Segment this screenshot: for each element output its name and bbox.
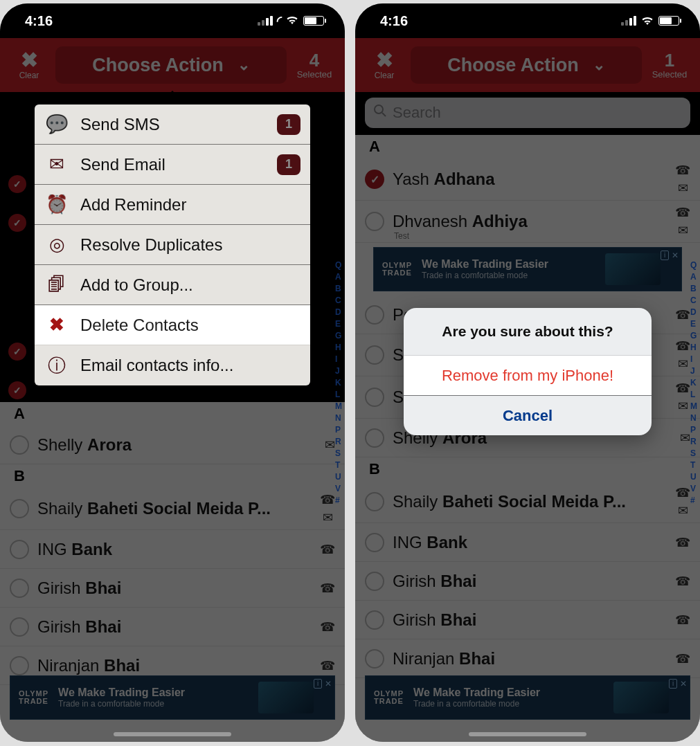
index-letter[interactable]: I bbox=[335, 354, 342, 365]
contact-row[interactable]: Dhvanesh AdhiyaTest bbox=[355, 201, 700, 243]
index-letter[interactable]: N bbox=[335, 412, 342, 424]
select-radio[interactable] bbox=[365, 388, 384, 407]
index-letter[interactable]: U bbox=[690, 471, 697, 483]
index-letter[interactable]: M bbox=[690, 401, 697, 412]
select-radio[interactable] bbox=[10, 499, 29, 518]
index-letter[interactable]: K bbox=[335, 377, 342, 389]
select-radio[interactable] bbox=[365, 212, 384, 231]
menu-item-email-contacts-info[interactable]: ⓘEmail contacts info... bbox=[35, 345, 310, 385]
contact-badges bbox=[320, 619, 335, 635]
index-letter[interactable]: I bbox=[690, 354, 697, 365]
index-letter[interactable]: T bbox=[335, 460, 342, 471]
select-radio[interactable] bbox=[365, 572, 384, 591]
select-radio[interactable] bbox=[365, 428, 384, 448]
index-letter[interactable]: Q bbox=[335, 260, 342, 271]
ad-banner[interactable]: OLYMPTRADEWe Make Trading EasierTrade in… bbox=[373, 247, 682, 291]
contact-row[interactable]: Girish Bhai bbox=[355, 601, 700, 639]
ad-info-icon[interactable]: i bbox=[314, 679, 322, 689]
alphabet-index[interactable]: QABCDEGHIJKLMNPRSTUV# bbox=[690, 260, 697, 507]
ad-close-icon[interactable]: ✕ bbox=[672, 251, 679, 260]
index-letter[interactable]: N bbox=[690, 412, 697, 424]
select-radio[interactable] bbox=[10, 540, 29, 559]
contact-row[interactable]: Girish Bhai bbox=[0, 569, 345, 608]
index-letter[interactable]: # bbox=[335, 495, 342, 507]
contact-row[interactable]: ING Bank bbox=[355, 523, 700, 562]
select-radio[interactable] bbox=[365, 610, 384, 630]
index-letter[interactable]: J bbox=[690, 365, 697, 377]
select-radio[interactable] bbox=[365, 649, 384, 668]
index-letter[interactable]: U bbox=[335, 471, 342, 483]
index-letter[interactable]: H bbox=[335, 342, 342, 354]
contact-row[interactable]: Girish Bhai bbox=[0, 608, 345, 646]
select-radio[interactable] bbox=[365, 345, 384, 365]
index-letter[interactable]: E bbox=[335, 318, 342, 330]
ad-banner[interactable]: OLYMP TRADE We Make Trading Easier Trade… bbox=[10, 675, 335, 720]
index-letter[interactable]: P bbox=[690, 424, 697, 436]
index-letter[interactable]: J bbox=[335, 365, 342, 377]
index-letter[interactable]: V bbox=[335, 483, 342, 495]
mail-icon bbox=[323, 510, 333, 525]
index-letter[interactable]: L bbox=[690, 389, 697, 401]
ad-banner[interactable]: OLYMP TRADE We Make Trading Easier Trade… bbox=[365, 675, 690, 720]
menu-item-send-email[interactable]: ✉Send Email1 bbox=[35, 145, 310, 185]
index-letter[interactable]: V bbox=[690, 483, 697, 495]
contact-row[interactable]: Shaily Baheti Social Meida P... bbox=[355, 481, 700, 523]
index-letter[interactable]: L bbox=[335, 389, 342, 401]
index-letter[interactable]: D bbox=[690, 307, 697, 318]
index-letter[interactable]: K bbox=[690, 377, 697, 389]
alphabet-index[interactable]: QABCDEGHIJKLMNPRSTUV# bbox=[335, 260, 342, 507]
choose-action-dropdown[interactable]: Choose Action ⌄ bbox=[55, 46, 287, 84]
index-letter[interactable]: D bbox=[335, 307, 342, 318]
index-letter[interactable]: T bbox=[690, 460, 697, 471]
ad-close-icon[interactable]: ✕ bbox=[325, 679, 332, 689]
select-radio[interactable] bbox=[10, 579, 29, 598]
ad-close-icon[interactable]: ✕ bbox=[680, 679, 687, 689]
menu-item-send-sms[interactable]: 💬Send SMS1 bbox=[35, 104, 310, 145]
index-letter[interactable]: S bbox=[690, 448, 697, 460]
select-radio[interactable] bbox=[365, 533, 384, 552]
search-input[interactable]: Search bbox=[365, 98, 690, 128]
contact-row[interactable]: Yash Adhana bbox=[355, 158, 700, 201]
index-letter[interactable]: S bbox=[335, 448, 342, 460]
contact-row[interactable]: Shelly Arora bbox=[0, 426, 345, 464]
contact-row[interactable]: ING Bank bbox=[0, 530, 345, 569]
index-letter[interactable]: H bbox=[690, 342, 697, 354]
index-letter[interactable]: Q bbox=[690, 260, 697, 271]
index-letter[interactable]: A bbox=[690, 271, 697, 283]
index-letter[interactable]: G bbox=[690, 330, 697, 342]
cancel-button[interactable]: Cancel bbox=[404, 395, 652, 435]
index-letter[interactable]: # bbox=[690, 495, 697, 507]
menu-item-count: 1 bbox=[277, 114, 300, 135]
index-letter[interactable]: M bbox=[335, 401, 342, 412]
remove-from-iphone-button[interactable]: Remove from my iPhone! bbox=[404, 355, 652, 395]
index-letter[interactable]: P bbox=[335, 424, 342, 436]
menu-item-delete-contacts[interactable]: ✖Delete Contacts bbox=[35, 305, 310, 345]
index-letter[interactable]: R bbox=[690, 436, 697, 448]
select-radio[interactable] bbox=[10, 617, 29, 637]
menu-item-add-reminder[interactable]: ⏰Add Reminder bbox=[35, 185, 310, 225]
index-letter[interactable]: B bbox=[690, 283, 697, 295]
clear-button[interactable]: ✖ Clear bbox=[364, 50, 405, 80]
choose-action-dropdown[interactable]: Choose Action ⌄ bbox=[411, 46, 642, 84]
index-letter[interactable]: R bbox=[335, 436, 342, 448]
contact-list[interactable]: AYash AdhanaDhvanesh AdhiyaTestOLYMPTRAD… bbox=[355, 135, 700, 742]
select-radio[interactable] bbox=[365, 305, 384, 325]
index-letter[interactable]: C bbox=[335, 295, 342, 307]
index-letter[interactable]: A bbox=[335, 271, 342, 283]
index-letter[interactable]: E bbox=[690, 318, 697, 330]
select-radio[interactable] bbox=[365, 492, 384, 511]
menu-item-add-to-group[interactable]: 🗐Add to Group... bbox=[35, 265, 310, 305]
select-radio[interactable] bbox=[10, 435, 29, 455]
contact-row[interactable]: Shaily Baheti Social Meida P... bbox=[0, 488, 345, 530]
index-letter[interactable]: C bbox=[690, 295, 697, 307]
index-letter[interactable]: B bbox=[335, 283, 342, 295]
app-header: ✖ Clear Choose Action ⌄ 4 Selected bbox=[0, 38, 345, 92]
index-letter[interactable]: G bbox=[335, 330, 342, 342]
menu-item-resolve-duplicates[interactable]: ◎Resolve Duplicates bbox=[35, 225, 310, 265]
clear-button[interactable]: ✖ Clear bbox=[8, 50, 50, 80]
ad-info-icon[interactable]: i bbox=[669, 679, 677, 689]
select-radio[interactable] bbox=[365, 170, 384, 189]
contact-row[interactable]: Girish Bhai bbox=[355, 562, 700, 601]
screenshot-left: 4:16 ✖ Clear Choose Action ⌄ 4 Selected bbox=[0, 3, 345, 742]
ad-info-icon[interactable]: i bbox=[661, 251, 669, 260]
